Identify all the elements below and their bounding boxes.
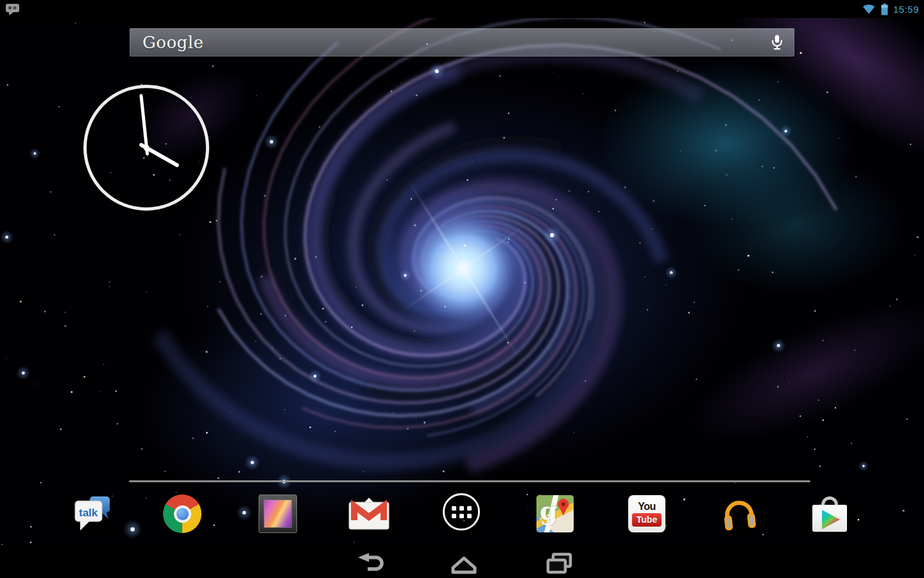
dock-app-maps[interactable]: g (529, 488, 581, 539)
chat-notification-icon (5, 3, 22, 16)
dock-divider (129, 480, 810, 482)
maps-g-glyph: g (540, 495, 558, 525)
talk-icon-label: talk (79, 507, 98, 519)
dock-app-youtube[interactable]: You Tube (621, 488, 672, 539)
all-apps-icon (443, 493, 480, 530)
talk-icon: talk (73, 493, 114, 534)
map-pin-icon (557, 498, 570, 516)
recents-icon (543, 552, 574, 574)
gallery-icon (259, 495, 297, 533)
clock-center-dot (144, 145, 150, 151)
dock-app-play-store[interactable] (804, 488, 855, 539)
android-home-screen: 15:59 Google talk (0, 0, 924, 578)
system-status-area[interactable]: 15:59 (862, 0, 919, 18)
google-search-bar[interactable]: Google (130, 28, 794, 57)
wifi-icon (862, 3, 876, 15)
home-icon (449, 552, 479, 574)
chrome-icon (163, 495, 201, 533)
battery-icon (880, 3, 889, 15)
notification-area[interactable] (5, 3, 22, 16)
voice-search-button[interactable] (770, 34, 784, 51)
microphone-icon (770, 34, 784, 51)
play-store-icon (809, 493, 851, 534)
navigation-bar (0, 548, 924, 578)
back-icon (355, 552, 386, 574)
maps-icon: g (536, 495, 574, 532)
dock-app-talk[interactable]: talk (67, 488, 119, 539)
analog-clock-widget[interactable] (83, 85, 209, 211)
dock-app-gmail[interactable] (343, 488, 395, 539)
home-button[interactable] (445, 552, 483, 575)
youtube-icon: You Tube (628, 495, 665, 532)
status-time: 15:59 (893, 4, 919, 15)
google-logo: Google (142, 33, 203, 52)
play-music-icon (717, 491, 762, 536)
gmail-icon (348, 497, 389, 530)
dock-app-play-music[interactable] (714, 488, 765, 539)
recents-button[interactable] (540, 552, 578, 575)
status-bar: 15:59 (0, 0, 924, 18)
dock-app-gallery[interactable] (252, 488, 304, 539)
youtube-icon-text-top: You (638, 502, 656, 512)
dock-app-chrome[interactable] (157, 488, 208, 539)
back-button[interactable] (351, 552, 389, 575)
youtube-icon-text-bottom: Tube (632, 513, 662, 527)
all-apps-button[interactable] (436, 486, 487, 538)
